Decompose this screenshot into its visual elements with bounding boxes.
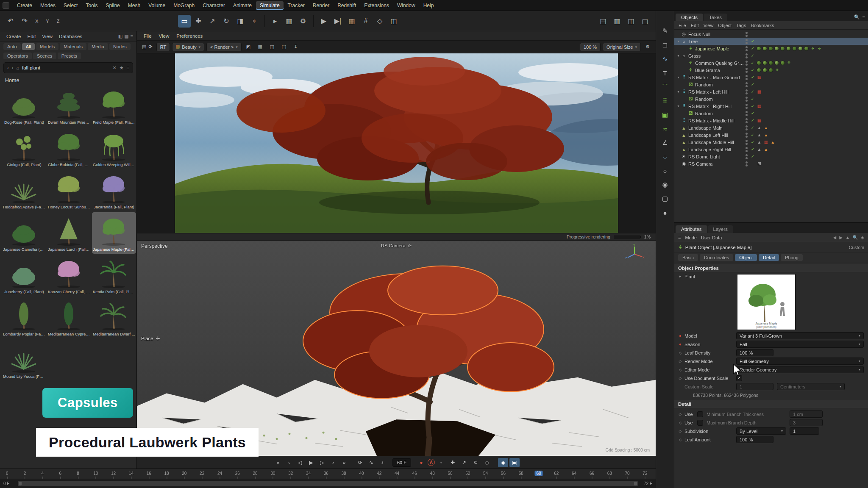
prev-frame-icon[interactable]: ◁ <box>295 458 305 467</box>
crosshair-tag-icon[interactable]: ⊞ <box>757 161 762 166</box>
timeline-frame-36[interactable]: 36 <box>322 471 330 476</box>
leaf-tag-icon[interactable]: ⚘ <box>810 46 815 51</box>
bookmark-icon[interactable]: ★ <box>120 65 124 71</box>
size-dropdown[interactable]: Original Size▾ <box>603 43 641 51</box>
attribute-dropdown[interactable]: Fall <box>736 341 864 348</box>
tracer-icon[interactable]: ≈ <box>659 123 671 134</box>
object-row[interactable]: ▾○Tree✓ <box>674 38 868 45</box>
timeline-frame-16[interactable]: 16 <box>145 471 153 476</box>
category-scenes[interactable]: Scenes <box>33 53 56 59</box>
enabled-check-icon[interactable]: ✓ <box>750 125 755 130</box>
tab-takes[interactable]: Takes <box>704 14 727 21</box>
timeline-frame-40[interactable]: 40 <box>357 471 365 476</box>
asset-item[interactable]: Kanzan Cherry (Fall, Pl... <box>47 255 91 296</box>
asset-item[interactable]: Mediterranean Cypres... <box>47 297 91 338</box>
rv-menu-preferences[interactable]: Preferences <box>173 33 206 39</box>
object-row[interactable]: ▲Landscape Right Hill✓▲▲ <box>674 146 868 153</box>
enabled-check-icon[interactable]: ✓ <box>750 68 755 72</box>
ab-menu-databases[interactable]: Databases <box>56 33 85 40</box>
mode-menu[interactable]: Mode <box>685 235 697 240</box>
render-picture-viewer-icon[interactable]: ▦ <box>283 15 295 28</box>
live-selection-icon[interactable]: ▭ <box>178 15 191 28</box>
visibility-dots-icon[interactable] <box>746 104 748 109</box>
sub-parameter-field[interactable]: 1 cm <box>790 410 823 418</box>
enabled-check-icon[interactable]: ✓ <box>750 75 755 80</box>
last-tool-icon[interactable]: ◨ <box>234 15 247 28</box>
axis-lock-y[interactable]: Y <box>43 17 52 26</box>
timeline-frame-70[interactable]: 70 <box>623 471 632 476</box>
axis-gizmo[interactable]: X Y Z <box>624 244 645 264</box>
om-menu-file[interactable]: File <box>679 23 686 28</box>
next-key-icon[interactable]: › <box>328 458 338 467</box>
render-view-icon[interactable]: ▸ <box>269 15 281 28</box>
timeline-frame-62[interactable]: 62 <box>552 471 560 476</box>
scale-tool-icon[interactable]: ↗ <box>206 15 219 28</box>
app-icon[interactable] <box>3 2 9 9</box>
region-tool-icon[interactable]: ▢ <box>659 193 671 204</box>
material-swatch[interactable] <box>774 61 779 65</box>
grid-icon[interactable]: ▦ <box>256 42 265 52</box>
ab-menu-view[interactable]: View <box>39 33 56 40</box>
material-swatch[interactable] <box>768 68 773 72</box>
timeline-frame-20[interactable]: 20 <box>180 471 188 476</box>
object-row[interactable]: ⚄Random✓ <box>674 110 868 117</box>
asset-item[interactable]: Dog-Rose (Fall, Plant) <box>2 85 46 127</box>
camera-cycle-icon[interactable]: ⟳ <box>408 244 412 248</box>
enabled-check-icon[interactable]: ✓ <box>750 111 755 116</box>
enabled-check-icon[interactable]: ✓ <box>750 140 755 144</box>
menu-extensions[interactable]: Extensions <box>360 1 393 10</box>
asset-item[interactable]: Jacaranda (Fall, Plant) <box>92 170 136 211</box>
asset-item[interactable]: Japanese Camellia (Fal... <box>2 212 46 254</box>
enabled-check-icon[interactable]: ✓ <box>750 39 755 44</box>
enabled-check-icon[interactable]: ✓ <box>750 104 755 108</box>
parameter-diamond-icon[interactable]: ◇ <box>676 438 684 442</box>
object-row[interactable]: ▾⠿RS Matrix - Left Hill✓▦ <box>674 88 868 95</box>
material-swatch[interactable] <box>768 61 773 65</box>
menu-mograph[interactable]: MoGraph <box>170 1 198 10</box>
quantize-key-icon[interactable]: ▣ <box>509 458 520 467</box>
nav-forward-icon[interactable]: ▶ <box>839 235 843 240</box>
custom-label[interactable]: Custom <box>849 245 864 250</box>
filter-nodes[interactable]: Nodes <box>109 43 131 50</box>
current-frame-field[interactable]: 60 F <box>392 458 411 467</box>
nav-up-icon[interactable]: ▲ <box>846 235 850 240</box>
record-position-icon[interactable]: ✚ <box>448 458 458 467</box>
preview-range-slider[interactable] <box>18 481 638 486</box>
visibility-dots-icon[interactable] <box>746 154 748 159</box>
timeline-frame-10[interactable]: 10 <box>92 471 100 476</box>
enabled-check-icon[interactable]: ✓ <box>750 147 755 152</box>
asset-item[interactable]: Mediterranean Dwarf ... <box>92 297 136 338</box>
expand-caret-icon[interactable]: ▾ <box>676 39 681 43</box>
material-swatch[interactable] <box>757 46 761 51</box>
axis-lock-z[interactable]: Z <box>53 17 63 26</box>
cloner-icon[interactable]: ⠿ <box>659 95 671 106</box>
sound-icon[interactable]: ♪ <box>377 458 387 467</box>
attribute-field[interactable]: 1 <box>790 427 819 435</box>
attribute-field[interactable]: 1 <box>736 383 773 390</box>
material-swatch[interactable] <box>786 46 791 51</box>
visibility-dots-icon[interactable] <box>746 39 748 44</box>
hamburger-icon[interactable]: ≡ <box>678 235 681 240</box>
timeline-frame-32[interactable]: 32 <box>287 471 295 476</box>
material-swatch[interactable] <box>757 68 761 72</box>
search-input[interactable]: fall plant <box>22 65 109 70</box>
search-icon[interactable]: 🔍 <box>853 235 858 240</box>
leaf-tag-icon[interactable]: ⚘ <box>774 68 780 72</box>
expand-caret-icon[interactable]: ▾ <box>676 75 681 79</box>
timeline-frame-58[interactable]: 58 <box>517 471 525 476</box>
visibility-dots-icon[interactable] <box>746 61 748 66</box>
landscape-tag-tag-icon[interactable]: ▲ <box>770 140 776 144</box>
object-row[interactable]: ⚘Common Quaking Grass✓⚘ <box>674 59 868 67</box>
attribute-unit-dropdown[interactable]: Centimeters <box>777 383 845 390</box>
ramp-icon[interactable]: ∿ <box>366 458 376 467</box>
asset-item[interactable]: Kentia Palm (Fall, Plant) <box>92 255 136 296</box>
menu-volume[interactable]: Volume <box>145 1 169 10</box>
layout-panels-icon[interactable]: ◫ <box>625 15 637 28</box>
plant-preview-thumbnail[interactable]: Japanese Maple (Acer palmatum) <box>737 274 796 330</box>
attribute-dropdown[interactable]: By Level <box>736 427 786 435</box>
timeline-frame-8[interactable]: 8 <box>75 471 81 476</box>
visibility-dots-icon[interactable] <box>746 68 748 73</box>
grid-view-icon[interactable]: ▦ <box>124 33 128 39</box>
visibility-dots-icon[interactable] <box>746 111 748 116</box>
rotate-tool-icon[interactable]: ↻ <box>220 15 233 28</box>
